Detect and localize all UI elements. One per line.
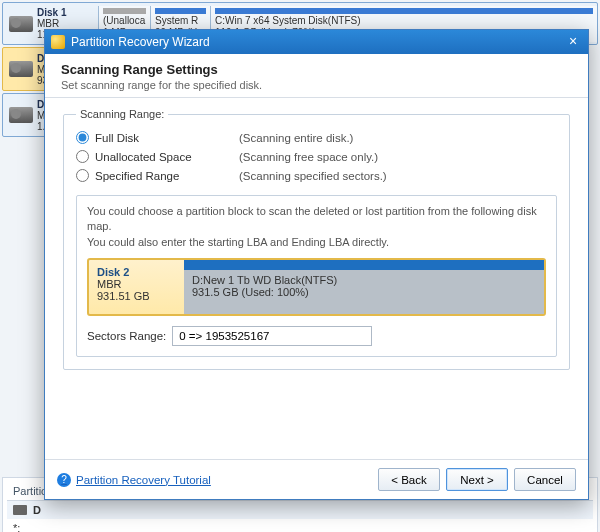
hdd-icon [9,61,33,77]
map-info-text: You could choose a partition block to sc… [87,204,546,250]
disk-card[interactable]: Disk 2 MBR 931.51 GB D:New 1 Tb WD Black… [87,258,546,316]
list-row: *: [7,519,593,532]
fieldset-legend: Scanning Range: [76,108,168,120]
next-button[interactable]: Next > [446,468,508,491]
sectors-range-input[interactable] [172,326,372,346]
sectors-label: Sectors Range: [87,330,166,342]
disk-card-size: 931.51 GB [97,290,176,302]
disk-card-partition[interactable]: D:New 1 Tb WD Black(NTFS) 931.5 GB (Used… [184,260,544,314]
back-button[interactable]: < Back [378,468,440,491]
dialog-heading: Scanning Range Settings [61,62,572,77]
scanning-range-fieldset: Scanning Range: Full Disk (Scanning enti… [63,108,570,370]
help-link-text: Partition Recovery Tutorial [76,474,211,486]
radio-unallocated-input[interactable] [76,150,89,163]
dialog-subheading: Set scanning range for the specified dis… [61,79,572,91]
radio-specified-input[interactable] [76,169,89,182]
radio-full-disk-label: Full Disk [95,132,215,144]
radio-full-disk-hint: (Scanning entire disk.) [239,132,353,144]
radio-full-disk-input[interactable] [76,131,89,144]
disk-map-box: You could choose a partition block to sc… [76,195,557,357]
help-link[interactable]: ? Partition Recovery Tutorial [57,473,211,487]
bg-disk3-stub: Dis MB 1.8 [2,93,48,137]
help-icon: ? [57,473,71,487]
close-icon[interactable]: × [564,34,582,50]
radio-specified-range[interactable]: Specified Range (Scanning specified sect… [76,166,557,185]
disk-card-type: MBR [97,278,176,290]
bg-disk2-stub: Dis MB 931 [2,47,48,91]
dialog-header: Scanning Range Settings Set scanning ran… [45,54,588,98]
dialog-body: Scanning Range: Full Disk (Scanning enti… [45,98,588,459]
dialog-footer: ? Partition Recovery Tutorial < Back Nex… [45,459,588,499]
dialog-title: Partition Recovery Wizard [71,35,564,49]
dialog-titlebar[interactable]: Partition Recovery Wizard × [45,30,588,54]
list-row: D [7,501,593,519]
bg-disk1-name: Disk 1 [37,7,85,18]
partition-label: D:New 1 Tb WD Black(NTFS) 931.5 GB (Used… [184,270,544,302]
disk-card-info: Disk 2 MBR 931.51 GB [89,260,184,314]
disk-card-name: Disk 2 [97,266,176,278]
cancel-button[interactable]: Cancel [514,468,576,491]
hdd-icon [9,16,33,32]
radio-specified-hint: (Scanning specified sectors.) [239,170,387,182]
sectors-range-row: Sectors Range: [87,326,546,346]
radio-full-disk[interactable]: Full Disk (Scanning entire disk.) [76,128,557,147]
wizard-icon [51,35,65,49]
partition-bar [184,260,544,270]
radio-unallocated-label: Unallocated Space [95,151,215,163]
partition-recovery-dialog: Partition Recovery Wizard × Scanning Ran… [44,29,589,500]
radio-specified-label: Specified Range [95,170,215,182]
radio-unallocated-hint: (Scanning free space only.) [239,151,378,163]
hdd-icon [9,107,33,123]
radio-unallocated[interactable]: Unallocated Space (Scanning free space o… [76,147,557,166]
bg-disk1-type: MBR [37,18,85,29]
